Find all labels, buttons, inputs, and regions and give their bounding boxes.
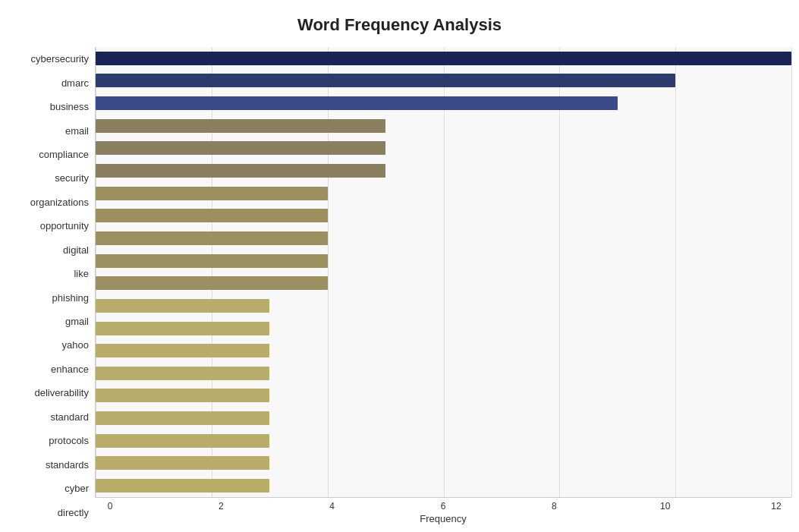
bar: [96, 344, 269, 357]
y-label: enhance: [51, 360, 89, 378]
grid-line: [791, 47, 792, 497]
bar: [96, 96, 618, 110]
grid-line: [675, 47, 676, 497]
bar: [96, 119, 385, 133]
y-label: like: [74, 265, 89, 283]
y-label: security: [55, 169, 89, 187]
bar: [96, 187, 328, 200]
bar: [96, 411, 269, 425]
bar: [96, 74, 675, 87]
bar: [96, 299, 269, 313]
bar-row: [96, 50, 791, 67]
x-tick-label: 8: [539, 501, 569, 512]
bar-row: [96, 275, 791, 291]
bar: [96, 141, 385, 155]
bar: [96, 367, 269, 380]
bar-row: [96, 410, 791, 427]
y-label: digital: [63, 241, 89, 259]
y-label: cybersecurity: [30, 50, 89, 68]
bar-row: [96, 207, 791, 224]
x-tick-label: 10: [650, 501, 681, 512]
x-axis: 024681012: [95, 498, 791, 512]
bar-row: [96, 342, 791, 359]
y-label: business: [50, 98, 89, 116]
y-label: standard: [50, 408, 89, 426]
bar-row: [96, 185, 791, 202]
bar: [96, 209, 328, 222]
bar-row: [96, 433, 791, 449]
grid-line: [328, 47, 329, 497]
grid-line: [96, 47, 96, 497]
bar-row: [96, 297, 791, 314]
x-tick-label: 0: [95, 501, 125, 512]
bar: [96, 456, 269, 470]
bar: [96, 434, 269, 448]
bar: [96, 52, 791, 65]
bar-row: [96, 365, 791, 382]
x-axis-title: Frequency: [95, 513, 791, 524]
y-label: standards: [46, 455, 89, 474]
y-label: deliverability: [34, 384, 89, 402]
y-label: organizations: [30, 193, 89, 211]
bar-row: [96, 455, 791, 471]
x-tick-label: 4: [317, 501, 348, 512]
bar-row: [96, 253, 791, 269]
x-tick-label: 6: [428, 501, 458, 512]
plot-area: 024681012 Frequency: [95, 47, 791, 524]
y-label: phishing: [52, 288, 89, 307]
bar: [96, 231, 328, 245]
y-label: dmarc: [61, 74, 89, 92]
bar: [96, 254, 328, 268]
y-label: yahoo: [62, 336, 89, 354]
y-axis: cybersecuritydmarcbusinessemailcomplianc…: [8, 47, 95, 524]
bar-row: [96, 477, 791, 494]
y-label: directly: [58, 503, 89, 521]
bar-row: [96, 320, 791, 337]
y-label: email: [65, 121, 89, 140]
bar: [96, 164, 385, 178]
y-label: cyber: [64, 480, 89, 498]
chart-title: Word Frequency Analysis: [297, 15, 502, 35]
bars-wrapper: [95, 47, 791, 498]
bar: [96, 276, 328, 290]
y-label: protocols: [49, 432, 89, 450]
y-label: compliance: [39, 145, 89, 163]
bar: [96, 322, 269, 335]
y-label: gmail: [65, 313, 89, 331]
bar-row: [96, 140, 791, 156]
grid-line: [444, 47, 445, 497]
bar-row: [96, 162, 791, 179]
y-label: opportunity: [40, 217, 89, 235]
x-tick-label: 2: [206, 501, 236, 512]
bar-row: [96, 118, 791, 134]
bar-row: [96, 387, 791, 404]
bar: [96, 479, 269, 493]
grid-line: [212, 47, 212, 497]
bar-row: [96, 72, 791, 89]
bar-row: [96, 95, 791, 112]
bar: [96, 389, 269, 402]
grid-line: [559, 47, 560, 497]
x-tick-label: 12: [761, 501, 791, 512]
bar-row: [96, 230, 791, 247]
